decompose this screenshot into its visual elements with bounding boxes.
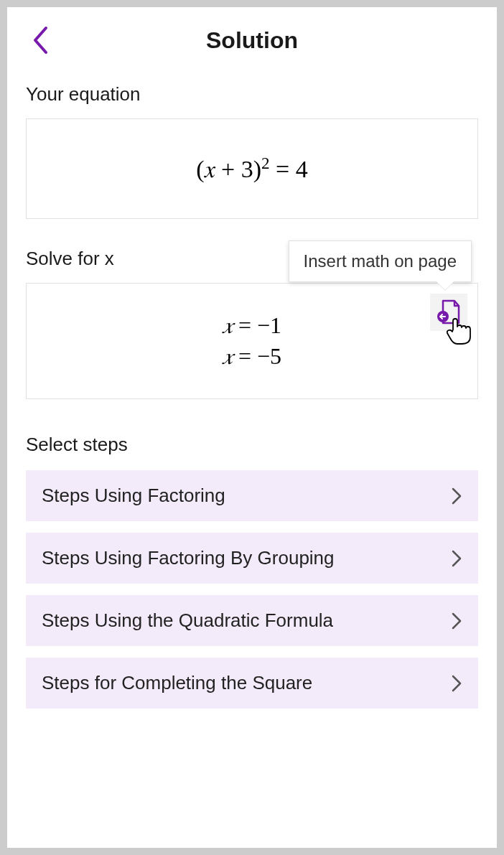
chevron-right-icon — [451, 549, 462, 568]
solve-for-label: Solve for x — [26, 248, 114, 270]
solution-line: 𝑥 = −5 — [35, 343, 469, 370]
step-option-factoring-grouping[interactable]: Steps Using Factoring By Grouping — [26, 533, 478, 584]
solution-lhs: 𝑥 — [223, 312, 233, 338]
step-label: Steps Using Factoring — [42, 485, 225, 507]
insert-math-tooltip: Insert math on page — [289, 240, 472, 282]
chevron-right-icon — [451, 487, 462, 505]
equation-rhs: = 4 — [276, 156, 308, 182]
step-option-completing-square[interactable]: Steps for Completing the Square — [26, 658, 478, 709]
solution-panel: Solution Your equation (𝑥 + 3)2 = 4 Solv… — [7, 7, 497, 848]
step-option-quadratic-formula[interactable]: Steps Using the Quadratic Formula — [26, 595, 478, 646]
header: Solution — [26, 23, 478, 57]
solution-rhs: −1 — [257, 312, 281, 338]
insert-math-button[interactable] — [430, 294, 467, 331]
insert-math-wrap: Insert math on page — [430, 294, 467, 331]
select-steps-label: Select steps — [26, 434, 478, 456]
solution-lhs: 𝑥 — [223, 343, 233, 369]
solution-rhs: −5 — [257, 343, 281, 369]
solution-display: 𝑥 = −1 𝑥 = −5 Insert math on page — [26, 283, 478, 399]
solution-line: 𝑥 = −1 — [35, 312, 469, 339]
page-title: Solution — [206, 27, 298, 54]
insert-page-icon — [437, 299, 461, 325]
tooltip-text: Insert math on page — [304, 251, 457, 271]
chevron-right-icon — [451, 674, 462, 693]
equation-display: (𝑥 + 3)2 = 4 — [26, 118, 478, 219]
step-label: Steps for Completing the Square — [42, 672, 312, 694]
equation-exponent: 2 — [261, 154, 270, 172]
solution-eq: = — [238, 343, 251, 369]
chevron-right-icon — [451, 612, 462, 630]
back-button[interactable] — [26, 23, 55, 57]
step-label: Steps Using Factoring By Grouping — [42, 547, 335, 569]
chevron-left-icon — [31, 26, 50, 55]
equation-base: (𝑥 + 3) — [196, 156, 261, 182]
step-option-factoring[interactable]: Steps Using Factoring — [26, 470, 478, 521]
step-label: Steps Using the Quadratic Formula — [42, 609, 333, 632]
your-equation-label: Your equation — [26, 83, 478, 106]
solution-eq: = — [238, 312, 251, 338]
